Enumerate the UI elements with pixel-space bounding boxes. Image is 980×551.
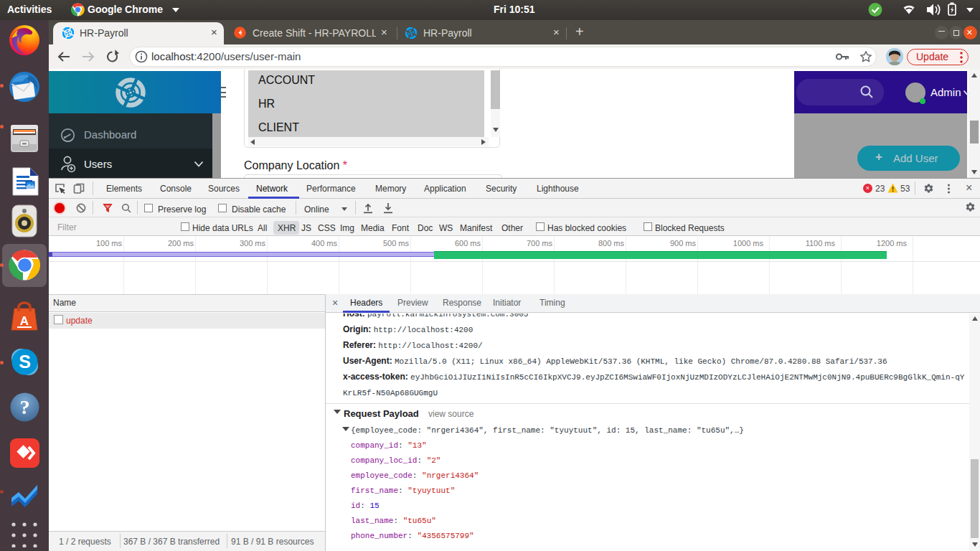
svg-text:S: S — [19, 352, 31, 372]
svg-text:?: ? — [20, 396, 30, 418]
svg-text:A: A — [20, 314, 29, 328]
